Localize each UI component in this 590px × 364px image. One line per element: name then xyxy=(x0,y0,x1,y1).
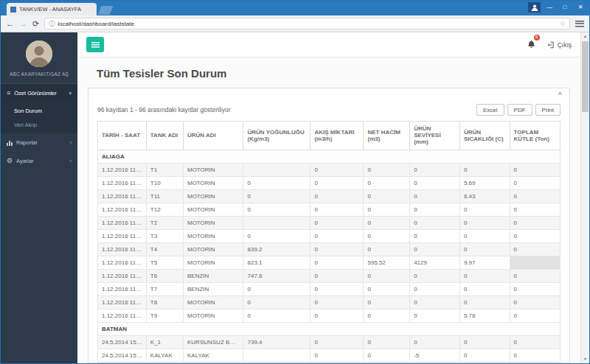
refresh-icon[interactable]: ⟳ xyxy=(32,20,39,28)
cell: 0 xyxy=(459,270,510,283)
cell: 0 xyxy=(310,243,364,256)
cell: 0 xyxy=(310,349,364,363)
sidebar-item-label: Ayarlar xyxy=(16,158,34,164)
cell: 0 xyxy=(410,217,460,230)
table-row[interactable]: 1.12.2016 11:10T3MOTORIN000000 xyxy=(98,230,560,243)
cell: 0 xyxy=(459,203,510,217)
column-header[interactable]: ÜRÜN SICAKLIĞI (C) xyxy=(459,122,510,150)
minimize-button[interactable]: — xyxy=(543,2,556,13)
table-row[interactable]: 1.12.2016 11:10T1MOTORIN00000 xyxy=(98,164,560,177)
cell: 0 xyxy=(243,190,310,203)
export-pdf-button[interactable]: PDF xyxy=(507,104,532,116)
cell: T11 xyxy=(146,190,183,203)
url-text[interactable]: localhost/dashboard/laststate xyxy=(58,21,557,27)
cell: 24.5.2014 15:52 xyxy=(98,336,147,349)
bookmark-star-icon[interactable]: ☆ xyxy=(560,20,566,27)
table-row[interactable]: 1.12.2016 11:10T6BENZIN747.800000 xyxy=(98,270,560,283)
sidebar-item-ozet-gorunumler[interactable]: ≡ Özet Görünümler ▾ xyxy=(1,84,77,102)
table-row[interactable]: 1.12.2016 11:10T8MOTORIN000000 xyxy=(98,296,560,309)
cell: 1.12.2016 11:10 xyxy=(98,243,147,256)
scroll-up-icon[interactable]: ▲ xyxy=(581,32,589,41)
new-tab-button[interactable] xyxy=(98,6,114,15)
cell: 0 xyxy=(410,296,460,309)
cell: T10 xyxy=(146,177,183,190)
column-header[interactable]: ÜRÜN ADI xyxy=(183,122,243,150)
list-icon: ≡ xyxy=(7,90,10,97)
back-icon[interactable]: ← xyxy=(6,20,14,28)
cell: 0 xyxy=(310,164,364,177)
sidebar-item-son-durum[interactable]: Son Durum xyxy=(1,104,77,118)
notifications-button[interactable]: 6 xyxy=(527,38,535,52)
cell: 0 xyxy=(510,309,560,323)
cell: 0 xyxy=(364,203,410,217)
cell xyxy=(243,349,310,363)
export-excel-button[interactable]: Excel xyxy=(476,104,504,116)
table-row[interactable]: 1.12.2016 11:10T7BENZIN000000 xyxy=(98,283,560,296)
page-info-icon[interactable]: ⓘ xyxy=(49,20,55,28)
sidebar-item-raporlar[interactable]: Raporlar ‹ xyxy=(1,133,77,152)
table-row[interactable]: 1.12.2016 11:10T12MOTORIN000000 xyxy=(98,203,560,217)
cell: 0 xyxy=(243,296,310,309)
browser-profile-button[interactable] xyxy=(528,2,541,13)
column-header[interactable]: ÜRÜN YOĞUNLUĞU (Kg/m3) xyxy=(243,122,310,150)
topbar: 6 Çıkış xyxy=(77,32,580,57)
cell: 5.69 xyxy=(459,177,510,190)
cell: 0 xyxy=(459,296,510,309)
column-header[interactable]: TOPLAM KÜTLE (Ton) xyxy=(510,122,560,150)
forward-icon[interactable]: → xyxy=(19,20,27,28)
cell: 0 xyxy=(459,217,510,230)
cell: 1.12.2016 11:10 xyxy=(98,230,147,243)
column-header[interactable]: TARİH - SAAT xyxy=(98,122,147,150)
cell: 0 xyxy=(410,309,460,323)
column-header[interactable]: TANK ADI xyxy=(146,122,183,150)
maximize-button[interactable]: □ xyxy=(558,2,572,13)
table-row[interactable]: 1.12.2016 11:10T5MOTORIN823.10595.524129… xyxy=(98,256,560,270)
table-row[interactable]: 1.12.2016 11:10T4MOTORIN839.200000 xyxy=(98,243,560,256)
sidebar-item-ayarlar[interactable]: ⚙ Ayarlar ‹ xyxy=(1,152,77,170)
table-row[interactable]: 24.5.2014 15:52M_1MOTORIN824.500000 xyxy=(98,363,560,363)
sidebar-item-veri-akisi[interactable]: Veri Akışı xyxy=(1,118,77,132)
cell: 0 xyxy=(459,349,510,363)
vertical-scrollbar[interactable]: ▲ ▼ xyxy=(580,32,589,363)
column-header[interactable]: ÜRÜN SEVİYESİ (mm) xyxy=(410,122,460,150)
scrollbar-thumb[interactable] xyxy=(582,41,589,112)
logout-button[interactable]: Çıkış xyxy=(547,41,572,49)
table-row[interactable]: 24.5.2014 15:52KALYAKKALYAK00-500 xyxy=(98,349,560,363)
table-row[interactable]: 1.12.2016 11:10T9MOTORIN00005.780 xyxy=(98,309,560,323)
cell: 0 xyxy=(410,363,460,363)
table-toolbar: 96 kayıttan 1 - 96 arasındaki kayıtlar g… xyxy=(97,104,560,116)
browser-tab[interactable]: TANKVIEW - ANASAYFA xyxy=(7,3,97,15)
cell: 0 xyxy=(243,230,310,243)
close-button[interactable]: ✕ xyxy=(574,2,587,13)
cell: 1.12.2016 11:10 xyxy=(98,190,147,203)
cell: 0 xyxy=(510,164,560,177)
page-title: Tüm Tesisler Son Durum xyxy=(97,67,569,80)
cell: 0 xyxy=(310,217,364,230)
cell: MOTORIN xyxy=(183,203,243,217)
cell: 0 xyxy=(459,243,510,256)
cell: 1.12.2016 11:10 xyxy=(98,203,147,217)
scroll-down-icon[interactable]: ▼ xyxy=(581,355,589,363)
cell xyxy=(510,256,560,270)
column-header[interactable]: AKIŞ MİKTARI (m3/h) xyxy=(310,122,364,150)
cell: KALYAK xyxy=(146,349,183,363)
cell: 0 xyxy=(310,296,364,309)
sidebar-toggle-button[interactable] xyxy=(86,37,104,52)
table-header-row: TARİH - SAATTANK ADIÜRÜN ADIÜRÜN YOĞUNLU… xyxy=(98,122,560,150)
group-row: BATMAN xyxy=(98,323,560,336)
table-row[interactable]: 1.12.2016 11:10T11MOTORIN00006.430 xyxy=(98,190,560,203)
panel-collapse-icon[interactable]: ^ xyxy=(558,91,562,98)
cell: 0 xyxy=(510,177,560,190)
cell: T4 xyxy=(146,243,183,256)
cell: 0 xyxy=(243,283,310,296)
address-bar[interactable]: ⓘ localhost/dashboard/laststate ☆ xyxy=(44,18,570,29)
table-row[interactable]: 1.12.2016 11:10T10MOTORIN00005.690 xyxy=(98,177,560,190)
cell: 0 xyxy=(459,363,510,363)
export-print-button[interactable]: Print xyxy=(535,104,560,116)
cell: T1 xyxy=(146,164,183,177)
browser-menu-icon[interactable] xyxy=(575,21,584,27)
table-row[interactable]: 24.5.2014 15:52K_1KURSUNSUZ BENZIN 95739… xyxy=(98,336,560,349)
column-header[interactable]: NET HACİM (m3) xyxy=(364,122,410,150)
table-row[interactable]: 1.12.2016 11:10T2MOTORIN00000 xyxy=(98,217,560,230)
cell: 0 xyxy=(364,336,410,349)
